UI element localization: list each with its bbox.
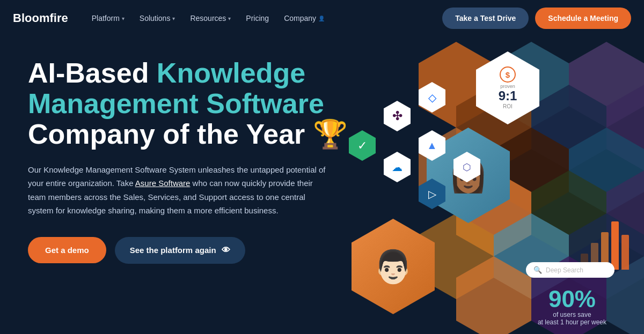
get-demo-button[interactable]: Get a demo — [28, 237, 106, 263]
stat-percentage: 90% — [538, 287, 606, 311]
icon-hex-dropbox: ◇ — [419, 82, 445, 113]
roi-ratio: 9:1 — [499, 89, 517, 103]
icon-hex-check: ✓ — [349, 130, 376, 161]
stat-block: 90% of users save at least 1 hour per we… — [538, 287, 606, 326]
nav-company[interactable]: Company 👤 — [277, 10, 331, 27]
see-platform-button[interactable]: See the platform again 👁 — [115, 237, 245, 264]
nav-cta-group: Take a Test Drive Schedule a Meeting — [442, 8, 631, 29]
chevron-down-icon: ▾ — [228, 16, 231, 21]
nav-pricing[interactable]: Pricing — [239, 10, 275, 27]
chevron-down-icon: ▾ — [172, 16, 175, 21]
nav-solutions[interactable]: Solutions ▾ — [133, 10, 182, 27]
nav-links: Platform ▾ Solutions ▾ Resources ▾ Prici… — [85, 10, 443, 27]
person-hex-2: 👨🏻 — [352, 219, 435, 314]
icon-hex-arrow: ▷ — [419, 179, 445, 209]
icon-hex-teams: ⬡ — [453, 152, 480, 182]
test-drive-button[interactable]: Take a Test Drive — [442, 8, 529, 29]
navbar: Bloomfire Platform ▾ Solutions ▾ Resourc… — [0, 0, 644, 36]
logo[interactable]: Bloomfire — [13, 11, 68, 25]
stat-subtitle1: of users save — [538, 311, 606, 318]
hero-title: AI-Based Knowledge Management Software C… — [28, 58, 348, 150]
hero-description: Our Knowledge Management Software System… — [28, 163, 328, 218]
schedule-meeting-button[interactable]: Schedule a Meeting — [535, 8, 631, 29]
eye-icon: 👁 — [222, 246, 230, 255]
nav-resources[interactable]: Resources ▾ — [184, 10, 237, 27]
chevron-down-icon: ▾ — [122, 16, 125, 21]
person-icon: 👤 — [318, 16, 325, 21]
nav-platform[interactable]: Platform ▾ — [85, 10, 131, 27]
hero-section: 👩🏾 👨🏻 ✣ ◇ ✓ ☁ ▲ — [0, 36, 644, 334]
icon-hex-slack: ✣ — [384, 101, 411, 131]
deep-search-box[interactable]: 🔍 Deep Search — [526, 262, 614, 278]
icon-hex-gdrive: ▲ — [419, 130, 445, 161]
icon-hex-cloud: ☁ — [384, 152, 411, 182]
hero-content: AI-Based Knowledge Management Software C… — [28, 58, 348, 264]
search-icon: 🔍 — [533, 266, 542, 274]
asure-link[interactable]: Asure Software — [135, 179, 191, 188]
hero-buttons: Get a demo See the platform again 👁 — [28, 237, 348, 264]
stat-subtitle2: at least 1 hour per week — [538, 318, 606, 326]
roi-label: ROI — [503, 103, 513, 109]
search-placeholder: Deep Search — [546, 266, 583, 274]
